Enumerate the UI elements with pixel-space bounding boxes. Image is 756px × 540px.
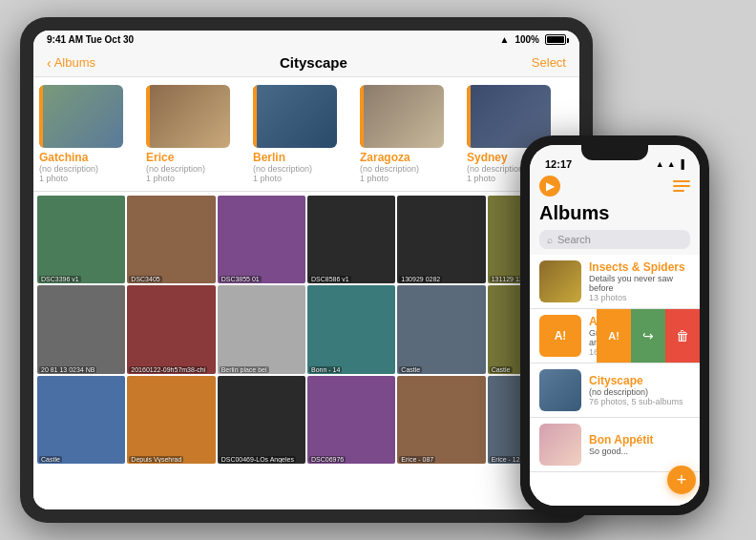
photo-cell[interactable]: DSC06976: [307, 376, 395, 464]
iphone-status-icons: ▲ ▲ ▐: [656, 159, 684, 169]
album-card-berlin[interactable]: Berlin (no description) 1 photo: [253, 85, 356, 183]
wifi-icon: ▲: [667, 159, 676, 169]
album-count-berlin: 1 photo: [253, 174, 282, 183]
photo-label: DSC06976: [309, 456, 346, 463]
search-icon: ⌕: [547, 235, 553, 245]
album-desc-sydney: (no description): [467, 164, 526, 174]
iphone-album-thumb-insects: [539, 260, 581, 302]
swipe-action-delete[interactable]: 🗑: [665, 309, 700, 363]
photo-label: DSC3855 01: [220, 276, 262, 282]
iphone-time: 12:17: [545, 158, 572, 170]
back-button[interactable]: ‹ Albums: [47, 55, 95, 71]
photo-cell[interactable]: 20160122-09h57m38-chi: [127, 285, 215, 373]
iphone-album-info-cityscape: Cityscape (no description) 76 photos, 5 …: [589, 374, 690, 406]
photo-cell[interactable]: Bonn - 14: [307, 285, 395, 373]
signal-icon: ▲: [656, 159, 664, 169]
photo-cell[interactable]: Erice - 087: [397, 376, 485, 464]
battery-icon: [545, 34, 566, 45]
swipe-action-a[interactable]: A!: [597, 309, 631, 363]
battery-label: 100%: [514, 34, 539, 45]
iphone-album-thumb-bon: [539, 424, 581, 466]
album-card-gatchina[interactable]: Gatchina (no description) 1 photo: [39, 85, 142, 183]
iphone-page-title: Albums: [530, 200, 700, 230]
photo-label: Erice - 087: [399, 456, 435, 463]
photo-label: Berlin place bei: [220, 366, 269, 373]
iphone-album-item-artistics[interactable]: A! Artistics Great photos from great art…: [530, 309, 700, 363]
photo-cell[interactable]: Castle: [397, 285, 485, 373]
photo-cell[interactable]: Berlin place bei: [218, 285, 305, 373]
photo-cell[interactable]: 130929 0282: [397, 196, 485, 283]
iphone-album-info-bon: Bon Appétit So good...: [589, 433, 690, 456]
iphone-album-desc-insects: Details you never saw before: [589, 274, 690, 293]
iphone-album-info-insects: Insects & Spiders Details you never saw …: [589, 260, 690, 302]
menu-icon[interactable]: [673, 180, 690, 192]
album-name-berlin: Berlin: [253, 151, 285, 164]
album-card-erice[interactable]: Erice (no description) 1 photo: [146, 85, 249, 183]
search-placeholder: Search: [557, 234, 591, 245]
photo-label: Bonn - 14: [309, 366, 342, 373]
iphone-album-item-insects[interactable]: Insects & Spiders Details you never saw …: [530, 255, 700, 309]
album-count-sydney: 1 photo: [467, 174, 495, 183]
album-count-erice: 1 photo: [146, 174, 175, 183]
album-name-gatchina: Gatchina: [39, 151, 88, 164]
photo-label: 20 81 13 0234 NB: [39, 366, 96, 373]
photo-cell[interactable]: DSC00469-LOs Angeles: [218, 376, 305, 464]
photo-cell[interactable]: Depuis Vysehrad: [127, 376, 215, 464]
album-desc-gatchina: (no description): [39, 164, 98, 174]
photo-label: DSC3396 v1: [39, 276, 81, 282]
photo-label: DSC3405: [129, 276, 161, 282]
menu-line-3: [673, 190, 684, 192]
iphone-album-count-cityscape: 76 photos, 5 sub-albums: [589, 397, 690, 406]
ipad-status-bar: 9:41 AM Tue Oct 30 ▲ 100%: [33, 31, 579, 49]
swipe-action-share[interactable]: ↪: [631, 309, 665, 363]
photo-cell[interactable]: Castle: [37, 376, 125, 464]
album-name-sydney: Sydney: [467, 151, 508, 164]
photo-label: DSC00469-LOs Angeles: [220, 456, 296, 463]
iphone-album-item-cityscape[interactable]: Cityscape (no description) 76 photos, 5 …: [530, 363, 700, 418]
iphone-album-name-insects: Insects & Spiders: [589, 260, 690, 274]
album-thumb-erice: [146, 85, 230, 148]
app-icon: ▶: [539, 176, 560, 197]
iphone-album-desc-cityscape: (no description): [589, 387, 690, 397]
photo-cell[interactable]: 20 81 13 0234 NB: [37, 285, 125, 373]
album-card-zaragoza[interactable]: Zaragoza (no description) 1 photo: [360, 85, 463, 183]
iphone-notch: [581, 145, 648, 160]
album-name-erice: Erice: [146, 151, 174, 164]
albums-row: Gatchina (no description) 1 photo Erice …: [33, 77, 579, 192]
ipad-navbar: ‹ Albums Cityscape Select: [33, 49, 579, 77]
iphone-album-count-insects: 13 photos: [589, 293, 690, 302]
main-container: 9:41 AM Tue Oct 30 ▲ 100% ‹ Albums Citys…: [20, 8, 736, 532]
album-thumb-zaragoza: [360, 85, 444, 148]
album-desc-zaragoza: (no description): [360, 164, 419, 174]
photo-cell[interactable]: DSC3855 01: [218, 196, 305, 283]
iphone-album-name-bon: Bon Appétit: [589, 433, 690, 447]
album-count-zaragoza: 1 photo: [360, 174, 388, 183]
photo-cell[interactable]: DSC3396 v1: [37, 196, 125, 283]
add-button[interactable]: +: [667, 466, 696, 494]
app-icon-symbol: ▶: [546, 179, 555, 193]
photo-grid: DSC3396 v1 DSC3405 DSC3855 01 DSC8586 v1…: [33, 192, 579, 467]
iphone-navbar: ▶: [530, 174, 700, 200]
wifi-icon: ▲: [500, 34, 510, 45]
select-button[interactable]: Select: [532, 55, 566, 70]
menu-line-1: [673, 180, 690, 182]
iphone-album-thumb-cityscape: [539, 369, 581, 411]
album-desc-berlin: (no description): [253, 164, 312, 174]
album-desc-erice: (no description): [146, 164, 205, 174]
photo-cell[interactable]: DSC8586 v1: [307, 196, 395, 283]
photo-cell[interactable]: DSC3405: [127, 196, 215, 283]
iphone-device: 12:17 ▲ ▲ ▐ ▶ Albums: [520, 135, 709, 515]
iphone-search-bar[interactable]: ⌕ Search: [539, 230, 690, 249]
back-label: Albums: [54, 55, 95, 70]
page-title: Cityscape: [280, 54, 347, 71]
chevron-left-icon: ‹: [47, 55, 52, 71]
ipad-content: Gatchina (no description) 1 photo Erice …: [33, 77, 579, 509]
album-thumb-gatchina: [39, 85, 123, 148]
album-count-gatchina: 1 photo: [39, 174, 68, 183]
ipad-screen: 9:41 AM Tue Oct 30 ▲ 100% ‹ Albums Citys…: [33, 31, 579, 509]
ipad-time: 9:41 AM Tue Oct 30: [47, 34, 134, 45]
ipad-device: 9:41 AM Tue Oct 30 ▲ 100% ‹ Albums Citys…: [20, 17, 593, 523]
iphone-album-desc-bon: So good...: [589, 447, 690, 456]
photo-label: Castle: [39, 456, 62, 463]
iphone-album-item-bonappetit[interactable]: Bon Appétit So good...: [530, 418, 700, 472]
